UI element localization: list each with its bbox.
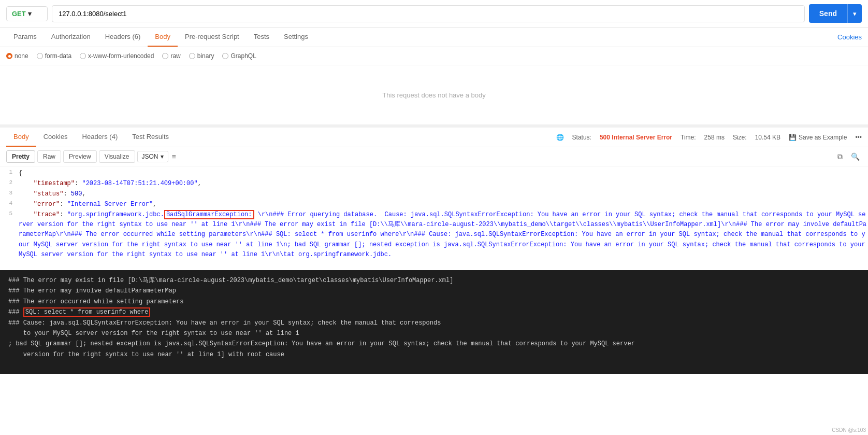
response-tabs-left: Body Cookies Headers (4) Test Results: [6, 128, 176, 147]
response-section: Body Cookies Headers (4) Test Results 🌐 …: [0, 128, 868, 374]
body-type-none[interactable]: none: [6, 52, 28, 60]
tab-settings[interactable]: Settings: [277, 27, 315, 47]
filter-icon[interactable]: ≡: [170, 151, 178, 162]
response-size: 10.54 KB: [755, 134, 780, 141]
body-type-graphql[interactable]: GraphQL: [222, 52, 256, 60]
request-body-area: This request does not have a body: [0, 65, 868, 128]
status-label: Status:: [572, 134, 591, 141]
format-buttons-left: Pretty Raw Preview Visualize JSON ▾ ≡: [6, 150, 178, 163]
response-time: 258 ms: [704, 134, 725, 141]
radio-urlencoded-dot: [80, 53, 86, 59]
send-button[interactable]: Send: [809, 4, 847, 23]
radio-binary-dot: [189, 53, 195, 59]
bottom-error-text: ### The error may exist in file [D:\马库\m…: [0, 270, 868, 374]
response-meta: 🌐 Status: 500 Internal Server Error Time…: [556, 134, 862, 141]
save-icon: 💾: [789, 134, 797, 141]
search-icon[interactable]: 🔍: [849, 151, 862, 162]
body-type-selector: none form-data x-www-form-urlencoded raw…: [0, 47, 868, 65]
radio-graphql-dot: [222, 53, 228, 59]
json-format-selector[interactable]: JSON ▾: [137, 151, 168, 162]
response-tab-headers[interactable]: Headers (4): [75, 128, 125, 147]
format-preview-button[interactable]: Preview: [63, 150, 97, 163]
json-line-2: 2 "timestamp": "2023-08-14T07:51:21.409+…: [0, 179, 868, 189]
radio-none-dot: [6, 53, 12, 59]
url-input[interactable]: [52, 5, 805, 22]
status-badge: 500 Internal Server Error: [600, 134, 672, 141]
response-tab-test-results[interactable]: Test Results: [125, 128, 176, 147]
body-type-raw[interactable]: raw: [162, 52, 180, 60]
tab-headers[interactable]: Headers (6): [98, 27, 148, 47]
request-tabs-bar: Params Authorization Headers (6) Body Pr…: [0, 27, 868, 47]
method-chevron-icon: ▾: [28, 10, 32, 18]
response-tab-body[interactable]: Body: [6, 128, 36, 147]
tab-pre-request[interactable]: Pre-request Script: [178, 27, 247, 47]
body-type-binary[interactable]: binary: [189, 52, 214, 60]
format-bar: Pretty Raw Preview Visualize JSON ▾ ≡ ⧉ …: [0, 147, 868, 166]
format-buttons-right: ⧉ 🔍: [835, 151, 862, 162]
copy-icon[interactable]: ⧉: [835, 151, 845, 162]
tab-authorization[interactable]: Authorization: [44, 27, 98, 47]
radio-raw-dot: [162, 53, 168, 59]
save-as-example-button[interactable]: 💾 Save as Example: [789, 134, 847, 141]
json-line-5: 5 "trace": "org.springframework.jdbc.Bad…: [0, 210, 868, 260]
response-tab-cookies[interactable]: Cookies: [36, 128, 75, 147]
format-pretty-button[interactable]: Pretty: [6, 150, 35, 163]
json-format-chevron-icon: ▾: [161, 153, 164, 160]
format-raw-button[interactable]: Raw: [37, 150, 61, 163]
tab-body[interactable]: Body: [148, 27, 178, 47]
format-visualize-button[interactable]: Visualize: [99, 150, 135, 163]
body-type-form-data[interactable]: form-data: [37, 52, 71, 60]
json-line-1: 1 {: [0, 169, 868, 179]
json-response-content[interactable]: 1 { 2 "timestamp": "2023-08-14T07:51:21.…: [0, 166, 868, 270]
tab-params[interactable]: Params: [6, 27, 44, 47]
tab-tests[interactable]: Tests: [247, 27, 277, 47]
response-tabs-bar: Body Cookies Headers (4) Test Results 🌐 …: [0, 128, 868, 147]
send-btn-container: Send ▾: [809, 4, 862, 23]
watermark: CSDN @s:103: [832, 427, 866, 433]
size-label: Size:: [733, 134, 747, 141]
json-line-3: 3 "status": 500,: [0, 189, 868, 200]
time-label: Time:: [681, 134, 696, 141]
json-line-4: 4 "error": "Internal Server Error",: [0, 200, 868, 210]
request-tabs-left: Params Authorization Headers (6) Body Pr…: [6, 27, 315, 47]
save-example-label: Save as Example: [799, 134, 847, 141]
send-dropdown-button[interactable]: ▾: [847, 4, 862, 23]
globe-icon: 🌐: [556, 134, 564, 141]
url-bar: GET ▾ Send ▾: [0, 0, 868, 27]
body-type-urlencoded[interactable]: x-www-form-urlencoded: [80, 52, 154, 60]
no-body-message: This request does not have a body: [382, 91, 485, 99]
more-options-icon[interactable]: •••: [855, 134, 862, 141]
radio-form-data-dot: [37, 53, 43, 59]
cookies-link[interactable]: Cookies: [837, 28, 862, 46]
json-format-label: JSON: [142, 153, 158, 160]
method-label: GET: [12, 10, 26, 18]
method-selector[interactable]: GET ▾: [6, 6, 48, 21]
